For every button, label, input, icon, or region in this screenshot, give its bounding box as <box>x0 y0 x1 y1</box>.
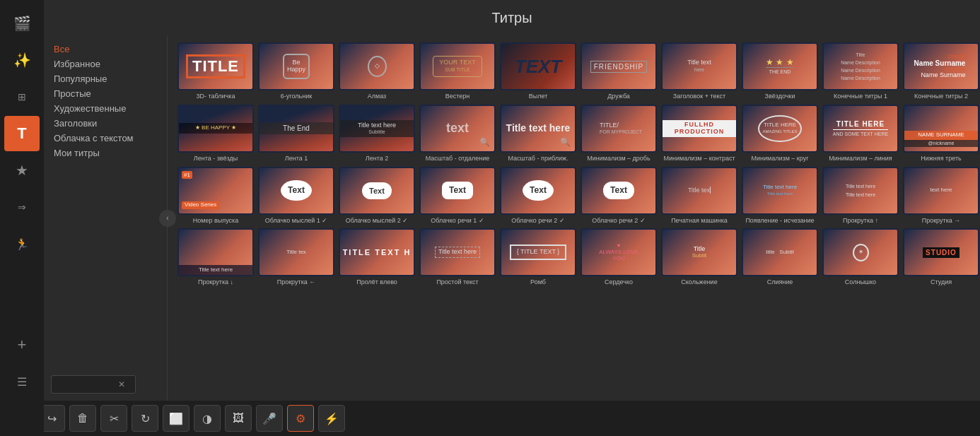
item-lenta2[interactable]: Title text here Subtitle Лента 2 <box>339 105 415 163</box>
sidebar-icon-magic[interactable]: ✨ <box>4 42 40 78</box>
item-thought1[interactable]: Text Облачко мыслей 1 ✓ <box>258 167 334 225</box>
lut-button[interactable]: ◑ <box>194 405 221 432</box>
sidebar-icon-film[interactable]: 🎬 <box>4 6 40 41</box>
label-slide: Скольжение <box>681 278 717 286</box>
rotate-button[interactable]: ↻ <box>132 405 158 432</box>
thumb-thought1: Text <box>258 167 334 215</box>
item-scale-out[interactable]: text 🔍 Масштаб - отдаление <box>419 105 496 163</box>
item-minimal-circle[interactable]: TITLE HEREAMAZING TITLES Минимализм – кр… <box>742 105 818 163</box>
item-diamond[interactable]: ◇ Алмаз <box>339 42 415 100</box>
bottom-toolbar: ↩ ↪ 🗑 ✂ ↻ ⬜ ◑ 🖼 🎤 ⚙ ⚡ <box>0 401 980 436</box>
item-issue-num[interactable]: #1 Video Series Номер выпуска <box>177 167 254 225</box>
item-friendship[interactable]: FRIENDSHIP Дружба <box>581 42 657 100</box>
item-studio[interactable]: STUDIO Студия <box>903 228 979 286</box>
cat-art[interactable]: Художественные <box>51 102 161 115</box>
item-minimal-line[interactable]: TITLE HERE AND SOME TEXT HERE Минимализм… <box>822 105 899 163</box>
item-scroll-down[interactable]: Title text here Прокрутка ↓ <box>177 228 254 286</box>
search-clear-icon[interactable]: ✕ <box>118 379 125 389</box>
label-merge: Слияние <box>767 278 793 286</box>
item-thought2[interactable]: Text Облачко мыслей 2 ✓ <box>339 167 415 225</box>
label-minimal-circle: Минимализм – круг <box>752 155 809 163</box>
item-scroll-left[interactable]: Title tex Прокрутка ← <box>258 228 334 286</box>
item-flyout[interactable]: TEXT Вылет <box>500 42 576 100</box>
thumb-minimal-kontrast: FULLHD PRODUCTION <box>661 105 737 153</box>
item-speech1[interactable]: Text Облачко речи 1 ✓ <box>419 167 496 225</box>
cat-all[interactable]: Все <box>51 42 161 56</box>
thumb-speech1: Text <box>419 167 496 215</box>
item-fly-in[interactable]: TITLE TEXT H Пролёт влево <box>339 228 415 286</box>
label-speech1: Облачко речи 1 ✓ <box>431 217 484 225</box>
item-ribbon-stars[interactable]: ★ BE HAPPY ★ Лента - звёзды <box>177 105 254 163</box>
media-button[interactable]: 🖼 <box>225 405 252 432</box>
delete-button[interactable]: 🗑 <box>69 405 96 432</box>
audio-button[interactable]: 🎤 <box>256 405 283 432</box>
sidebar-icon-multicam[interactable]: ⊞ <box>4 79 40 114</box>
cat-fav[interactable]: Избранное <box>51 57 161 71</box>
item-scale-in[interactable]: Title text here 🔍 Масштаб - приближ. <box>500 105 576 163</box>
cat-pop[interactable]: Популярные <box>51 72 161 86</box>
thumb-minimal-line: TITLE HERE AND SOME TEXT HERE <box>822 105 899 153</box>
label-appear: Появление - исчезание <box>745 217 814 225</box>
item-minimal-kontrast[interactable]: FULLHD PRODUCTION Минимализм – контраст <box>661 105 737 163</box>
thumb-simple: Title text here <box>419 228 496 276</box>
sidebar-icon-star[interactable]: ★ <box>4 153 40 188</box>
item-minimal-drob[interactable]: TITLE/ FOR MYPROJECT Минимализм – дробь <box>581 105 657 163</box>
item-credits2[interactable]: Director Name Surname Producer Name Surn… <box>903 42 979 100</box>
thumb-headtext: Title texthere <box>661 42 737 90</box>
item-speech3[interactable]: Text Облачко речи 2 ✓ <box>581 167 657 225</box>
item-appear[interactable]: Title text hereTitle text here Появление… <box>742 167 818 225</box>
sidebar-icon-text[interactable]: T <box>4 116 40 151</box>
crop-button[interactable]: ⬜ <box>163 405 189 432</box>
cat-my[interactable]: Мои титры <box>51 146 161 160</box>
label-sun: Солнышко <box>845 278 876 286</box>
item-sun[interactable]: ☀ Солнышко <box>822 228 899 286</box>
content-row: Все Избранное Популярные Простые Художес… <box>44 35 980 401</box>
thumb-lenta2: Title text here Subtitle <box>339 105 415 153</box>
item-lenta1[interactable]: The End Лента 1 <box>258 105 334 163</box>
item-hex[interactable]: BeHappy 6-угольник <box>258 42 334 100</box>
item-speech2[interactable]: Text Облачко речи 2 ✓ <box>500 167 576 225</box>
sidebar-icon-menu[interactable]: ☰ <box>4 364 40 399</box>
thumb-flyout: TEXT <box>500 42 576 90</box>
cat-simple[interactable]: Простые <box>51 87 161 100</box>
item-rhomb[interactable]: { TITLE TEXT } Ромб <box>500 228 576 286</box>
label-stars: Звёздочки <box>765 93 795 100</box>
item-heart[interactable]: ♥ALWAYS LOVEYOU Сердечко <box>581 228 657 286</box>
thumb-scroll-up: Title text hereTitle text here <box>822 167 899 215</box>
cat-heads[interactable]: Заголовки <box>51 117 161 130</box>
item-bottom-third[interactable]: NAME SURNAME @nickname Нижняя треть <box>903 105 979 163</box>
item-typewriter[interactable]: Title tex Печатная машинка <box>661 167 737 225</box>
label-rhomb: Ромб <box>530 278 546 286</box>
sidebar-icon-add[interactable]: + <box>4 327 40 363</box>
item-western[interactable]: YOUR TEXTSUB TITLE Вестерн <box>419 42 496 100</box>
thumb-scroll-down: Title text here <box>177 228 254 276</box>
item-slide[interactable]: TitleSubtit Скольжение <box>661 228 737 286</box>
cat-cloud[interactable]: Облачка с текстом <box>51 131 161 145</box>
settings-button[interactable]: ⚙ <box>287 405 314 432</box>
thumb-slide: TitleSubtit <box>661 228 737 276</box>
label-credits1: Конечные титры 1 <box>834 93 887 100</box>
sidebar-icon-motion[interactable]: 🏃 <box>4 226 40 261</box>
item-simple[interactable]: Title text here Простой текст <box>419 228 496 286</box>
item-scroll-up[interactable]: Title text hereTitle text here Прокрутка… <box>822 167 899 225</box>
item-scroll-right[interactable]: text here Прокрутка → <box>903 167 979 225</box>
label-studio: Студия <box>931 278 952 286</box>
label-issue-num: Номер выпуска <box>193 217 238 225</box>
thumb-scale-in: Title text here 🔍 <box>500 105 576 153</box>
thumb-studio: STUDIO <box>903 228 979 276</box>
item-merge[interactable]: title Subtit Слияние <box>742 228 818 286</box>
thumb-merge: title Subtit <box>742 228 818 276</box>
label-minimal-line: Минимализм – линия <box>829 155 892 163</box>
collapse-button[interactable]: ‹ <box>159 210 176 227</box>
item-3d[interactable]: TITLE 3D- табличка <box>177 42 254 100</box>
cut-button[interactable]: ✂ <box>100 405 127 432</box>
sidebar-icon-transition[interactable]: ⇒ <box>4 189 40 225</box>
audio2-button[interactable]: ⚡ <box>318 405 345 432</box>
item-credits1[interactable]: TitleName DescriptionName DescriptionNam… <box>822 42 899 100</box>
item-stars[interactable]: ★ ★ ★THE END Звёздочки <box>742 42 818 100</box>
label-friendship: Дружба <box>607 93 630 100</box>
search-input[interactable] <box>54 380 118 389</box>
item-headtext[interactable]: Title texthere Заголовок + текст <box>661 42 737 100</box>
label-minimal-drob: Минимализм – дробь <box>587 155 650 163</box>
thumb-western: YOUR TEXTSUB TITLE <box>419 42 496 90</box>
